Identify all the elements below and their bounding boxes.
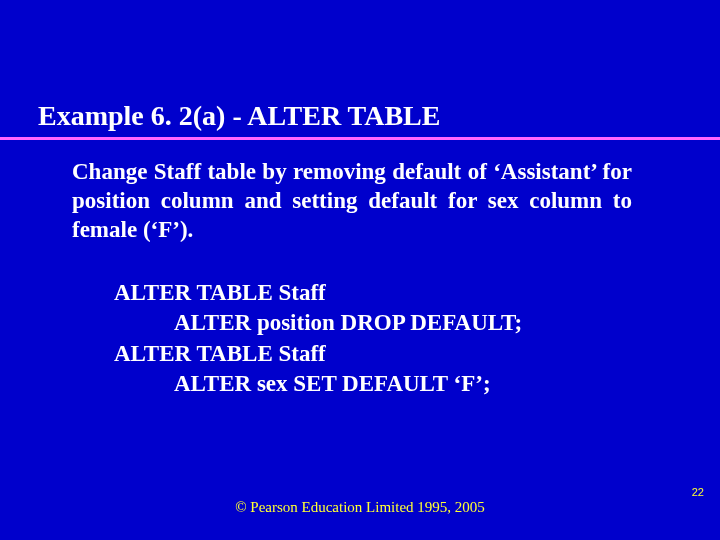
slide-title: Example 6. 2(a) - ALTER TABLE xyxy=(38,100,440,132)
code-line: ALTER position DROP DEFAULT; xyxy=(174,308,522,338)
copyright-footer: © Pearson Education Limited 1995, 2005 xyxy=(0,499,720,516)
title-underline xyxy=(0,137,720,140)
page-number: 22 xyxy=(692,486,704,498)
body-paragraph: Change Staff table by removing default o… xyxy=(72,158,632,244)
slide: Example 6. 2(a) - ALTER TABLE Change Sta… xyxy=(0,0,720,540)
code-block: ALTER TABLE Staff ALTER position DROP DE… xyxy=(114,278,522,399)
code-line: ALTER sex SET DEFAULT ‘F’; xyxy=(174,369,522,399)
code-line: ALTER TABLE Staff xyxy=(114,278,522,308)
code-line: ALTER TABLE Staff xyxy=(114,339,522,369)
